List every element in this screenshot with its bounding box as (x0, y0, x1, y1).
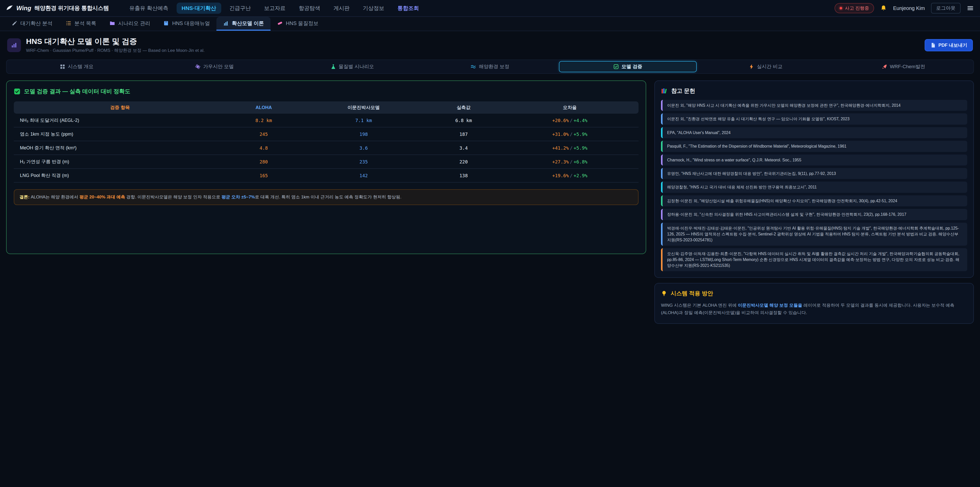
nav-weather[interactable]: 기상정보 (358, 3, 390, 14)
cell-error-rate: +27.3%/+6.8% (501, 155, 638, 168)
main-content: 모델 검증 결과 — 실측 데이터 대비 정확도 검증 항목 ALOHA 이문진… (0, 74, 980, 324)
error-lee: +2.9% (574, 173, 587, 178)
section-tab-icon (471, 64, 476, 69)
stab-marine-correction[interactable]: 해양환경 보정 (421, 61, 559, 72)
subnav-item-label: HNS 물질정보 (286, 20, 318, 27)
topbar-right: 사고 진행중 Eunjeong Kim 로그아웃 (835, 3, 974, 14)
logout-button[interactable]: 로그아웃 (931, 3, 961, 14)
cell-error-rate: +41.2%/+5.9% (501, 142, 638, 154)
stab-gaussian-model[interactable]: 가우시안 모델 (145, 61, 283, 72)
error-aloha: +19.6% (552, 173, 569, 178)
application-card-title: 시스템 적용 방안 (661, 290, 967, 297)
incident-status-badge[interactable]: 사고 진행중 (835, 3, 874, 13)
cell-lee-model: 235 (301, 155, 426, 168)
error-aloha: +27.3% (552, 159, 569, 164)
reference-item[interactable]: 김정현·이문진 외, "해양산업시설 배출 위험유해물질(HNS)의 해양확산 … (661, 195, 967, 206)
subnav-item-icon (66, 21, 72, 26)
table-header-cell: ALOHA (226, 102, 301, 113)
stab-system-overview[interactable]: 시스템 개요 (8, 61, 145, 72)
validation-card-title: 모델 검증 결과 — 실측 데이터 대비 정확도 (14, 88, 638, 95)
subnav-item-label: 분석 목록 (75, 20, 97, 27)
nav-oil-spill[interactable]: 유출유 확산예측 (124, 3, 173, 14)
user-name[interactable]: Eunjeong Kim (893, 5, 925, 11)
reference-item[interactable]: 유영민, "HNS 재난사고에 대한 해양경찰의 대응 방안", 한국위기관리논… (661, 168, 967, 179)
validation-table-body: NH₃ 최대 도달거리 (AEGL-2) 8.2 km 7.1 km 6.8 k… (14, 113, 638, 183)
notification-bell-icon[interactable] (880, 5, 887, 11)
subnav-item-label: 대기확산 분석 (21, 20, 52, 27)
app-logo[interactable]: Wing 해양환경 위기대응 통합시스템 (6, 4, 109, 12)
validation-card: 모델 검증 결과 — 실측 데이터 대비 정확도 검증 항목 ALOHA 이문진… (6, 80, 646, 254)
top-navigation: 유출유 확산예측 HNS·대기확산 긴급구난 보고자료 항공탐색 게시판 기상정… (124, 3, 424, 14)
reference-item[interactable]: 장하용·이문진 외, "신속한 의사결정을 위한 HNS 사고이력관리시스템 설… (661, 209, 967, 220)
application-card: 시스템 적용 방안 WING 시스템은 기본 ALOHA 엔진 위에 이문진박사… (654, 283, 974, 324)
subnav-item-icon (164, 21, 169, 26)
references-list: 이문진 외, "해양 HNS 사고 시 대기확산 예측을 위한 가우시안 모델의… (661, 100, 967, 271)
conclusion-highlight-1: 평균 20~40% 과대 예측 (80, 195, 125, 200)
reference-item[interactable]: 오신욱·김주영·이득재·김용한·최훈·이문진, "다항목 HNS 데이터의 실시… (661, 248, 967, 271)
tab-analysis-list[interactable]: 분석 목록 (59, 17, 103, 30)
error-separator: / (570, 173, 573, 178)
nav-integrated[interactable]: 통합조회 (393, 3, 424, 14)
reference-item[interactable]: 이문진 외, "친환경 선박연료 해양 유출 시 대기확산 특성 연구 — 암모… (661, 113, 967, 125)
cell-lee-model: 198 (301, 128, 426, 141)
reference-item[interactable]: 해양경찰청, "HNS 사고 국가 대비 대응 체제 선진화 방안 연구용역 최… (661, 182, 967, 193)
incident-dot-icon (840, 7, 842, 10)
table-row: 염소 1km 지점 농도 (ppm) 245 198 187 +31.0%/+5… (14, 128, 638, 141)
pdf-export-button[interactable]: PDF 내보내기 (924, 39, 973, 51)
section-tab-icon (613, 64, 619, 69)
stab-model-validation[interactable]: 모델 검증 (559, 61, 697, 72)
reference-text: 이문진 외, "해양 HNS 사고 시 대기확산 예측을 위한 가우시안 모델의… (667, 103, 900, 107)
page-header: HNS 대기확산 모델 이론 및 검증 WRF-Chem · Gaussian … (0, 31, 980, 59)
conclusion-highlight-2: 평균 오차 ±5~7% (221, 195, 255, 200)
conclusion-text-3: 로 대폭 개선. 특히 염소 1km 이내 근거리 농도 예측 정확도가 현저히… (255, 195, 401, 200)
tab-hns-manual[interactable]: HNS 대응매뉴얼 (157, 17, 217, 30)
cell-item: 염소 1km 지점 농도 (ppm) (14, 128, 226, 141)
reference-text: Pasquill, F., "The Estimation of the Dis… (667, 144, 846, 148)
topbar: Wing 해양환경 위기대응 통합시스템 유출유 확산예측 HNS·대기확산 긴… (0, 0, 980, 17)
subnav-item-icon (110, 21, 115, 26)
reference-text: 장하용·이문진 외, "신속한 의사결정을 위한 HNS 사고이력관리시스템 설… (667, 212, 906, 217)
tab-atmos-analysis[interactable]: 대기확산 분석 (5, 17, 59, 30)
cell-measured: 187 (426, 128, 501, 141)
tab-model-theory[interactable]: 확산모델 이론 (216, 17, 270, 30)
nav-board[interactable]: 게시판 (328, 3, 355, 14)
error-separator: / (570, 131, 573, 137)
cell-aloha: 245 (226, 128, 301, 141)
cell-lee-model: 3.6 (301, 142, 426, 154)
wing-logo-icon (6, 5, 13, 12)
page-subtitle: WRF-Chem · Gaussian Plume/Puff · ROMS · … (26, 48, 205, 53)
reference-item[interactable]: EPA, "ALOHA User's Manual", 2024 (661, 127, 967, 138)
right-column: 참고 문헌 이문진 외, "해양 HNS 사고 시 대기확산 예측을 위한 가우… (654, 80, 974, 324)
reference-item[interactable]: 박경애·이진우·박재진·김태성·김태윤·이문진, "인공위성 원격탐사 기반 A… (661, 223, 967, 246)
lightbulb-icon (661, 291, 667, 297)
subnav-item-icon (12, 21, 18, 26)
cell-item: MeOH 증기 확산 면적 (km²) (14, 141, 226, 155)
reference-text: 해양경찰청, "HNS 사고 국가 대비 대응 체제 선진화 방안 연구용역 최… (667, 185, 817, 189)
reference-text: 박경애·이진우·박재진·김태성·김태윤·이문진, "인공위성 원격탐사 기반 A… (667, 226, 959, 242)
error-aloha: +41.2% (552, 145, 569, 151)
subnav-item-label: HNS 대응매뉴얼 (172, 20, 210, 27)
check-badge-icon (14, 88, 21, 95)
cell-error-rate: +20.6%/+4.4% (501, 114, 638, 127)
stab-realtime-compare[interactable]: 실시간 비교 (697, 61, 835, 72)
books-icon (661, 88, 668, 94)
validation-title-text: 모델 검증 결과 — 실측 데이터 대비 정확도 (24, 88, 130, 95)
nav-aerial-search[interactable]: 항공탐색 (294, 3, 325, 14)
references-card-title: 참고 문헌 (661, 87, 967, 95)
nav-reports[interactable]: 보고자료 (259, 3, 291, 14)
reference-item[interactable]: Pasquill, F., "The Estimation of the Dis… (661, 141, 967, 152)
table-row: H₂ 가연성 구름 반경 (m) 280 235 220 +27.3%/+6.8… (14, 155, 638, 169)
page-header-text: HNS 대기확산 모델 이론 및 검증 WRF-Chem · Gaussian … (26, 37, 205, 53)
hamburger-menu-icon[interactable] (967, 5, 974, 12)
table-row: LNG Pool 확산 직경 (m) 165 142 138 +19.6%/+2… (14, 169, 638, 183)
nav-rescue[interactable]: 긴급구난 (224, 3, 256, 14)
references-card: 참고 문헌 이문진 외, "해양 HNS 사고 시 대기확산 예측을 위한 가우… (654, 80, 974, 278)
tab-hns-substances[interactable]: HNS 물질정보 (270, 17, 325, 30)
nav-hns-atmos[interactable]: HNS·대기확산 (177, 3, 221, 14)
stab-wrf-chem[interactable]: WRF-Chem발전 (835, 61, 972, 72)
reference-item[interactable]: 이문진 외, "해양 HNS 사고 시 대기확산 예측을 위한 가우시안 모델의… (661, 100, 967, 111)
tab-scenario-mgmt[interactable]: 시나리오 관리 (103, 17, 157, 30)
cell-item: H₂ 가연성 구름 반경 (m) (14, 155, 226, 168)
reference-item[interactable]: Charnock, H., "Wind stress on a water su… (661, 155, 967, 166)
stab-substance-scenarios[interactable]: 물질별 시나리오 (283, 61, 421, 72)
